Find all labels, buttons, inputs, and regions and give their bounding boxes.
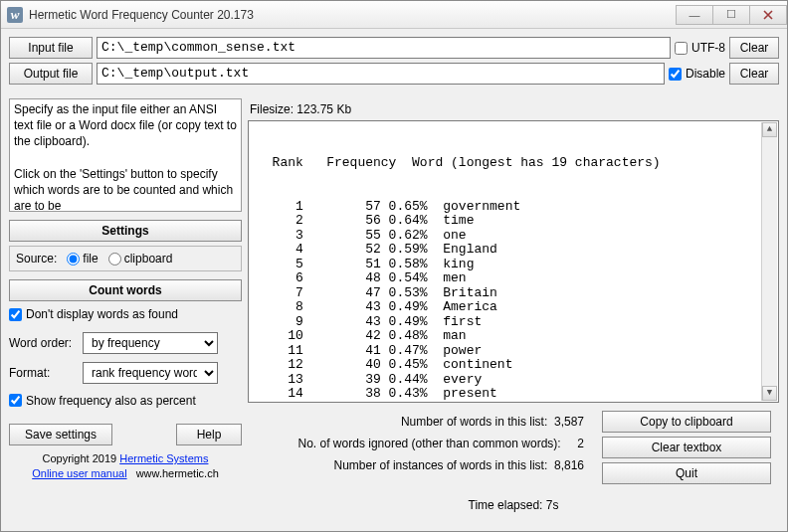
clear-output-button[interactable]: Clear xyxy=(729,63,779,85)
filesize-label: Filesize: 123.75 Kb xyxy=(250,102,779,116)
stat-numwords: 3,587 xyxy=(554,415,584,429)
instructions-textbox[interactable]: Specify as the input file either an ANSI… xyxy=(9,98,242,212)
source-radio-clipboard[interactable]: clipboard xyxy=(108,252,173,266)
footer: Copyright 2019 Hermetic Systems Online u… xyxy=(9,451,242,482)
result-row: 4 52 0.59% England xyxy=(257,243,770,258)
window-title: Hermetic Word Frequency Counter 20.173 xyxy=(29,8,254,22)
input-file-button[interactable]: Input file xyxy=(9,37,93,59)
result-row: 13 39 0.44% every xyxy=(257,373,770,388)
result-row: 10 42 0.48% man xyxy=(257,329,770,344)
results-textbox[interactable]: Rank Frequency Word (longest has 19 char… xyxy=(248,120,779,403)
disable-checkbox[interactable]: Disable xyxy=(669,67,725,81)
format-label: Format: xyxy=(9,366,77,380)
format-select[interactable]: rank frequency word xyxy=(83,362,218,384)
utf8-checkbox[interactable]: UTF-8 xyxy=(675,41,725,55)
titlebar: w Hermetic Word Frequency Counter 20.173… xyxy=(1,1,787,29)
result-row: 12 40 0.45% continent xyxy=(257,358,770,373)
results-header: Rank Frequency Word (longest has 19 char… xyxy=(257,156,770,171)
settings-button[interactable]: Settings xyxy=(9,220,242,242)
result-row: 1 57 0.65% government xyxy=(257,200,770,215)
result-row: 11 41 0.47% power xyxy=(257,344,770,359)
result-row: 6 48 0.54% men xyxy=(257,271,770,286)
word-order-label: Word order: xyxy=(9,336,77,350)
quit-button[interactable]: Quit xyxy=(602,462,771,484)
result-row: 2 56 0.64% time xyxy=(257,214,770,229)
result-row: 15 30 0.34% world xyxy=(257,402,770,404)
stat-ignored: 2 xyxy=(577,437,584,450)
result-row: 8 43 0.49% America xyxy=(257,300,770,315)
scrollbar[interactable]: ▲ ▼ xyxy=(761,122,777,401)
close-icon xyxy=(763,10,773,20)
word-order-select[interactable]: by frequency xyxy=(83,332,218,354)
count-words-button[interactable]: Count words xyxy=(9,279,242,301)
output-file-button[interactable]: Output file xyxy=(9,63,93,85)
copy-clipboard-button[interactable]: Copy to clipboard xyxy=(602,411,771,433)
result-row: 3 55 0.62% one xyxy=(257,229,770,244)
output-path-field[interactable]: C:\_temp\output.txt xyxy=(97,63,665,85)
manual-link[interactable]: Online user manual xyxy=(32,467,126,479)
scroll-down-icon[interactable]: ▼ xyxy=(762,386,777,401)
help-button[interactable]: Help xyxy=(176,424,242,445)
input-path-field[interactable]: C:\_temp\common_sense.txt xyxy=(97,37,671,59)
time-elapsed: Time elapsed: 7s xyxy=(248,498,779,512)
save-settings-button[interactable]: Save settings xyxy=(9,424,112,445)
source-label: Source: xyxy=(16,252,57,266)
close-button[interactable] xyxy=(749,5,787,25)
scroll-up-icon[interactable]: ▲ xyxy=(762,122,777,137)
maximize-button[interactable]: ☐ xyxy=(712,5,750,25)
clear-input-button[interactable]: Clear xyxy=(729,37,779,59)
source-radio-file[interactable]: file xyxy=(67,252,98,266)
source-group: Source: file clipboard xyxy=(9,246,242,271)
result-row: 9 43 0.49% first xyxy=(257,315,770,330)
stat-instances: 8,816 xyxy=(554,458,584,472)
result-row: 7 47 0.53% Britain xyxy=(257,286,770,301)
result-row: 14 38 0.43% present xyxy=(257,387,770,402)
app-icon: w xyxy=(7,7,23,23)
minimize-button[interactable]: — xyxy=(676,5,713,25)
dont-display-checkbox[interactable]: Don't display words as found xyxy=(9,307,178,321)
result-row: 5 51 0.58% king xyxy=(257,258,770,272)
clear-textbox-button[interactable]: Clear textbox xyxy=(602,437,771,458)
show-pct-checkbox[interactable]: Show frequency also as percent xyxy=(9,394,196,408)
company-link[interactable]: Hermetic Systems xyxy=(119,452,208,464)
window: w Hermetic Word Frequency Counter 20.173… xyxy=(0,0,788,532)
